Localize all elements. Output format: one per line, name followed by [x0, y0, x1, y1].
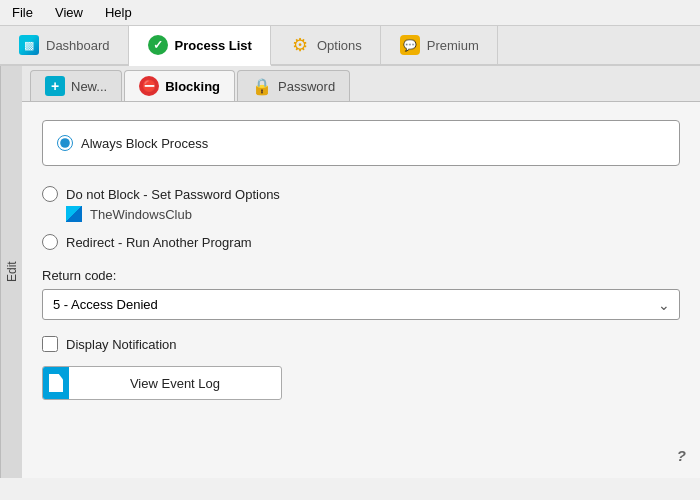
radio-no-block[interactable]: Do not Block - Set Password Options — [42, 182, 680, 206]
radio-no-block-container: Do not Block - Set Password Options TheW… — [42, 182, 680, 222]
windows-club-icon — [66, 206, 82, 222]
sub-tabs: + New... ⛔ Blocking 🔒 Password — [22, 66, 700, 102]
sub-tab-blocking-label: Blocking — [165, 79, 220, 94]
radio-redirect-input[interactable] — [42, 234, 58, 250]
radio-always-block-label: Always Block Process — [81, 136, 208, 151]
content-area: + New... ⛔ Blocking 🔒 Password Alw — [22, 66, 700, 478]
new-icon: + — [45, 76, 65, 96]
radio-redirect-container: Redirect - Run Another Program — [42, 230, 680, 254]
sub-tab-new-label: New... — [71, 79, 107, 94]
return-code-label: Return code: — [42, 268, 680, 283]
sub-tab-new[interactable]: + New... — [30, 70, 122, 101]
chat-icon: 💬 — [399, 34, 421, 56]
menu-view[interactable]: View — [49, 3, 89, 22]
menu-bar: File View Help — [0, 0, 700, 26]
radio-always-block[interactable]: Always Block Process — [57, 131, 665, 155]
checklist-icon: ✓ — [147, 34, 169, 56]
main-layout: Edit + New... ⛔ Blocking 🔒 Password — [0, 66, 700, 478]
radio-no-block-input[interactable] — [42, 186, 58, 202]
radio-always-block-input[interactable] — [57, 135, 73, 151]
panel-body: Always Block Process Do not Block - Set … — [22, 102, 700, 478]
tab-premium-label: Premium — [427, 38, 479, 53]
sub-tab-blocking[interactable]: ⛔ Blocking — [124, 70, 235, 101]
side-edit-panel[interactable]: Edit — [0, 66, 22, 478]
tab-dashboard-label: Dashboard — [46, 38, 110, 53]
tab-dashboard[interactable]: ▩ Dashboard — [0, 26, 129, 64]
event-log-button-label: View Event Log — [69, 370, 281, 397]
menu-help[interactable]: Help — [99, 3, 138, 22]
help-icon[interactable]: ? — [677, 447, 686, 464]
sub-tab-password[interactable]: 🔒 Password — [237, 70, 350, 101]
menu-file[interactable]: File — [6, 3, 39, 22]
dashboard-icon: ▩ — [18, 34, 40, 56]
radio-redirect[interactable]: Redirect - Run Another Program — [42, 230, 680, 254]
notification-checkbox[interactable] — [42, 336, 58, 352]
event-log-icon — [43, 367, 69, 399]
brand-label: TheWindowsClub — [90, 207, 192, 222]
tab-premium[interactable]: 💬 Premium — [381, 26, 498, 64]
radio-group: Always Block Process — [42, 120, 680, 166]
return-code-select[interactable]: 5 - Access Denied 0 - Success 1 - Genera… — [42, 289, 680, 320]
lock-icon: 🔒 — [252, 77, 272, 96]
tab-options[interactable]: ⚙ Options — [271, 26, 381, 64]
top-tabs: ▩ Dashboard ✓ Process List ⚙ Options 💬 P… — [0, 26, 700, 66]
notification-label: Display Notification — [66, 337, 177, 352]
sub-tab-password-label: Password — [278, 79, 335, 94]
radio-sub-note: TheWindowsClub — [42, 206, 680, 222]
radio-redirect-label: Redirect - Run Another Program — [66, 235, 252, 250]
event-log-row: View Event Log — [42, 366, 680, 400]
notification-row: Display Notification — [42, 336, 680, 352]
event-log-button[interactable]: View Event Log — [42, 366, 282, 400]
tab-options-label: Options — [317, 38, 362, 53]
radio-no-block-label: Do not Block - Set Password Options — [66, 187, 280, 202]
event-log-file-icon — [49, 374, 63, 392]
tab-process-list-label: Process List — [175, 38, 252, 53]
block-icon: ⛔ — [139, 76, 159, 96]
tab-process-list[interactable]: ✓ Process List — [129, 26, 271, 66]
return-code-dropdown-wrapper: 5 - Access Denied 0 - Success 1 - Genera… — [42, 289, 680, 320]
gear-icon: ⚙ — [289, 34, 311, 56]
